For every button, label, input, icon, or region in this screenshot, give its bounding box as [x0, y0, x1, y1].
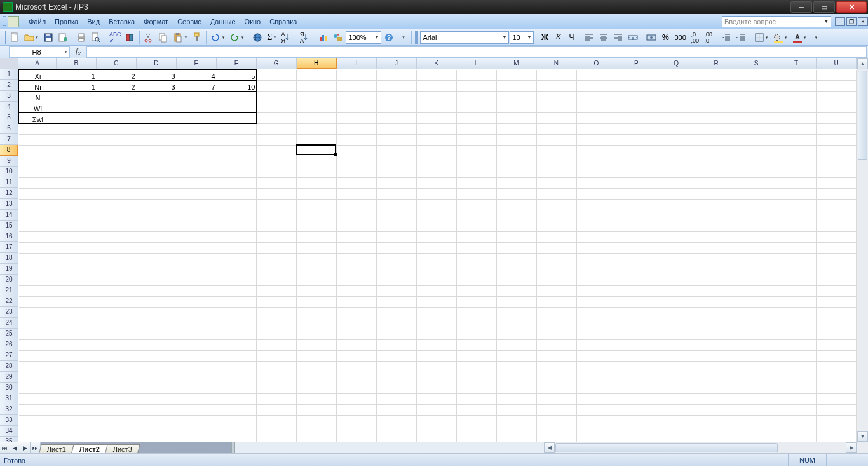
open-button[interactable]: ▼ [22, 31, 41, 44]
cell-T31[interactable] [776, 394, 817, 405]
cell-O32[interactable] [576, 405, 616, 416]
cell-O7[interactable] [576, 135, 616, 146]
cell-A18[interactable] [19, 254, 57, 264]
cell-B7[interactable] [57, 135, 97, 146]
cell-P24[interactable] [616, 318, 656, 329]
cell-O9[interactable] [576, 156, 616, 167]
cell-I13[interactable] [337, 200, 377, 210]
cell-B9[interactable] [57, 156, 97, 167]
cell-I20[interactable] [337, 275, 377, 286]
paste-button[interactable]: ▼ [171, 31, 189, 44]
cell-N8[interactable] [536, 146, 576, 156]
cell-I29[interactable] [337, 372, 377, 383]
cell-O11[interactable] [576, 178, 616, 189]
cell-N21[interactable] [536, 286, 576, 297]
cell-L33[interactable] [456, 416, 496, 426]
cell-B1[interactable]: 1 [57, 70, 97, 81]
cell-D27[interactable] [137, 351, 177, 362]
cell-T33[interactable] [776, 416, 817, 426]
cell-L10[interactable] [456, 167, 496, 178]
cell-G14[interactable] [257, 210, 297, 221]
cell-O21[interactable] [576, 286, 616, 297]
cell-M10[interactable] [496, 167, 536, 178]
horizontal-scrollbar[interactable]: ◀ ▶ [544, 442, 857, 453]
cell-S13[interactable] [736, 200, 776, 210]
cell-C16[interactable] [97, 232, 137, 243]
cell-L9[interactable] [456, 156, 496, 167]
cell-Q20[interactable] [656, 275, 696, 286]
decrease-indent-button[interactable] [719, 31, 733, 44]
cut-button[interactable] [142, 31, 156, 44]
cell-M14[interactable] [496, 210, 536, 221]
cell-E16[interactable] [177, 232, 217, 243]
cell-I15[interactable] [337, 221, 377, 232]
cell-U22[interactable] [816, 297, 856, 308]
font-combo[interactable]: Arial▼ [420, 31, 509, 44]
cell-Q24[interactable] [656, 318, 696, 329]
cell-I31[interactable] [337, 394, 377, 405]
cell-B16[interactable] [57, 232, 97, 243]
cell-B10[interactable] [57, 167, 97, 178]
cell-H14[interactable] [297, 210, 337, 221]
cell-R12[interactable] [696, 189, 736, 200]
cell-D17[interactable] [137, 243, 177, 254]
cell-Q11[interactable] [656, 178, 696, 189]
cell-C23[interactable] [97, 308, 137, 318]
cell-R22[interactable] [696, 297, 736, 308]
cell-P6[interactable] [616, 124, 656, 135]
cell-E15[interactable] [177, 221, 217, 232]
cell-D14[interactable] [137, 210, 177, 221]
cell-D11[interactable] [137, 178, 177, 189]
cell-E25[interactable] [177, 329, 217, 340]
hscroll-thumb[interactable] [555, 443, 778, 452]
cell-S35[interactable] [736, 437, 776, 442]
cell-L14[interactable] [456, 210, 496, 221]
cell-K8[interactable] [417, 146, 457, 156]
underline-button[interactable]: Ч [565, 31, 578, 44]
cell-A33[interactable] [19, 416, 57, 426]
cell-A26[interactable] [19, 340, 57, 351]
cell-O34[interactable] [576, 426, 616, 437]
cell-T13[interactable] [776, 200, 817, 210]
cell-N25[interactable] [536, 329, 576, 340]
col-header-A[interactable]: A [18, 58, 57, 69]
cell-P10[interactable] [616, 167, 656, 178]
cell-U13[interactable] [816, 200, 856, 210]
cell-T26[interactable] [776, 340, 817, 351]
cell-T15[interactable] [776, 221, 817, 232]
cell-T16[interactable] [776, 232, 817, 243]
cell-J27[interactable] [377, 351, 417, 362]
cell-F16[interactable] [217, 232, 257, 243]
cell-F7[interactable] [217, 135, 257, 146]
cell-R16[interactable] [696, 232, 736, 243]
cell-I7[interactable] [337, 135, 377, 146]
cell-L8[interactable] [456, 146, 496, 156]
cell-R8[interactable] [696, 146, 736, 156]
cell-G29[interactable] [257, 372, 297, 383]
cell-R27[interactable] [696, 351, 736, 362]
cell-U19[interactable] [816, 264, 856, 275]
cell-R10[interactable] [696, 167, 736, 178]
cell-C34[interactable] [97, 426, 137, 437]
cell-N23[interactable] [536, 308, 576, 318]
scroll-right-button[interactable]: ▶ [846, 442, 857, 453]
cell-C10[interactable] [97, 167, 137, 178]
cell-S30[interactable] [736, 383, 776, 394]
cell-R18[interactable] [696, 254, 736, 264]
col-header-E[interactable]: E [177, 58, 217, 69]
cell-R5[interactable] [696, 113, 736, 124]
cell-R24[interactable] [696, 318, 736, 329]
cell-G8[interactable] [257, 146, 297, 156]
cell-P21[interactable] [616, 286, 656, 297]
cell-D9[interactable] [137, 156, 177, 167]
row-header-15[interactable]: 15 [0, 221, 18, 231]
cell-E7[interactable] [177, 135, 217, 146]
help-button[interactable]: ? [382, 31, 396, 44]
cell-P30[interactable] [616, 383, 656, 394]
cell-B28[interactable] [57, 362, 97, 372]
cell-P1[interactable] [616, 70, 656, 81]
cell-O27[interactable] [576, 351, 616, 362]
cell-O19[interactable] [576, 264, 616, 275]
cell-O12[interactable] [576, 189, 616, 200]
cell-M15[interactable] [496, 221, 536, 232]
